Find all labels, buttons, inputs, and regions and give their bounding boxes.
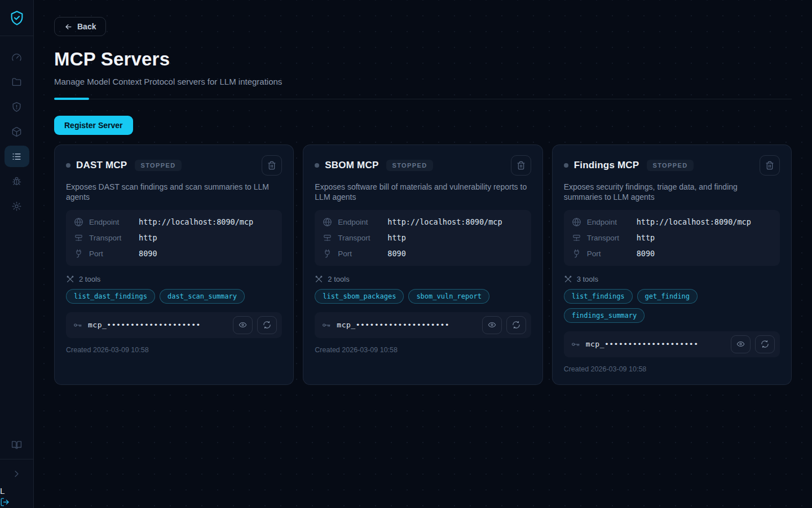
trash-icon [517,161,526,170]
field-label: Transport [587,234,628,242]
rotate-key-button[interactable] [506,316,526,334]
sidebar-item-projects[interactable] [5,71,29,93]
server-description: Exposes security findings, triage data, … [564,182,780,203]
sidebar-item-docs[interactable] [5,434,29,456]
card-header: Findings MCP STOPPED [564,155,780,176]
tools-count: 2 tools [328,275,349,283]
delete-server-button[interactable] [262,155,282,176]
sidebar-item-bugs[interactable] [5,170,29,192]
server-info-panel: Endpoint http://localhost:8090/mcp Trans… [66,210,282,266]
api-key-row: mcp_•••••••••••••••••••• [564,331,780,357]
field-label: Endpoint [587,218,628,226]
field-label: Transport [338,234,378,242]
status-dot [315,163,319,168]
app-logo[interactable] [0,0,33,36]
back-button[interactable]: Back [54,17,106,36]
sidebar-item-dashboard[interactable] [5,46,29,68]
tool-chip: get_finding [637,289,698,304]
title-divider [54,98,792,100]
eye-icon [488,321,496,329]
tools-icon [564,275,572,283]
tool-chip: dast_scan_summary [160,289,245,304]
register-server-button[interactable]: Register Server [54,116,133,135]
package-icon [11,126,22,137]
rotate-key-button[interactable] [755,335,775,353]
field-value: http [139,233,157,242]
reveal-key-button[interactable] [233,316,253,334]
field-value: http://localhost:8090/mcp [139,217,253,226]
field-value: 8090 [637,249,655,258]
transport-row: Transport http [74,233,274,243]
api-key-row: mcp_•••••••••••••••••••• [66,312,282,338]
plug-icon [323,249,332,259]
tool-chip: findings_summary [564,308,645,323]
api-key-masked: mcp_•••••••••••••••••••• [337,321,449,329]
port-row: Port 8090 [74,249,274,259]
transport-icon [572,233,581,243]
shield-alert-icon [11,102,22,112]
sidebar-item-alerts[interactable] [5,96,29,117]
card-header: DAST MCP STOPPED [66,155,282,176]
tools-summary: 3 tools [564,275,780,283]
sidebar-item-settings[interactable] [5,195,29,217]
field-value: http [637,233,655,242]
logout-icon [0,497,10,507]
logout-overflow-text: L [0,486,10,496]
page-subtitle: Manage Model Context Protocol servers fo… [54,77,792,86]
tool-chips: list_sbom_packagessbom_vuln_report [315,289,531,304]
sidebar-item-packages[interactable] [5,121,29,142]
sidebar-collapse-toggle[interactable] [5,463,29,484]
tools-icon [66,275,74,283]
globe-icon [74,217,83,227]
field-value: http://localhost:8090/mcp [387,217,502,226]
server-name: Findings MCP [574,160,639,171]
server-description: Exposes DAST scan findings and scan summ… [66,182,282,203]
tool-chip: list_findings [564,289,633,304]
tool-chip: list_sbom_packages [315,289,404,304]
eye-icon [239,321,247,329]
sidebar-nav [5,46,29,217]
api-key-masked: mcp_•••••••••••••••••••• [586,340,699,348]
server-description: Exposes software bill of materials and v… [315,182,531,203]
port-row: Port 8090 [323,249,523,259]
field-value: http://localhost:8090/mcp [637,217,751,226]
gear-icon [11,201,22,212]
server-info-panel: Endpoint http://localhost:8090/mcp Trans… [315,210,531,266]
api-key-masked: mcp_•••••••••••••••••••• [88,321,201,329]
field-label: Endpoint [89,218,130,226]
endpoint-row: Endpoint http://localhost:8090/mcp [74,217,274,227]
folder-icon [11,77,22,87]
delete-server-button[interactable] [511,155,531,176]
tools-icon [315,275,323,283]
tools-summary: 2 tools [315,275,531,283]
rotate-key-button[interactable] [257,316,277,334]
refresh-icon [263,321,271,329]
reveal-key-button[interactable] [731,335,751,353]
refresh-icon [512,321,520,329]
tool-chips: list_dast_findingsdast_scan_summary [66,289,282,304]
server-name: SBOM MCP [325,160,378,171]
logout-item[interactable]: L [0,486,10,507]
created-label: Created 2026-03-09 10:58 [66,346,282,354]
field-value: http [387,233,406,242]
endpoint-row: Endpoint http://localhost:8090/mcp [572,217,772,227]
back-label: Back [77,22,96,31]
reveal-key-button[interactable] [482,316,502,334]
created-label: Created 2026-03-09 10:58 [564,365,780,373]
title-accent-bar [54,98,89,100]
server-name: DAST MCP [76,160,127,171]
field-label: Transport [89,234,130,242]
sidebar-item-mcp-servers[interactable] [5,146,29,167]
status-dot [564,163,568,168]
server-card: SBOM MCP STOPPED Exposes software bill o… [303,144,542,385]
gauge-icon [11,52,22,63]
eye-icon [736,340,745,348]
status-badge: STOPPED [386,160,433,171]
field-label: Endpoint [338,218,378,226]
tool-chips: list_findingsget_findingfindings_summary [564,289,780,323]
endpoint-row: Endpoint http://localhost:8090/mcp [323,217,523,227]
plug-icon [572,249,581,259]
transport-row: Transport http [323,233,523,243]
server-card: Findings MCP STOPPED Exposes security fi… [552,144,792,385]
delete-server-button[interactable] [760,155,780,176]
